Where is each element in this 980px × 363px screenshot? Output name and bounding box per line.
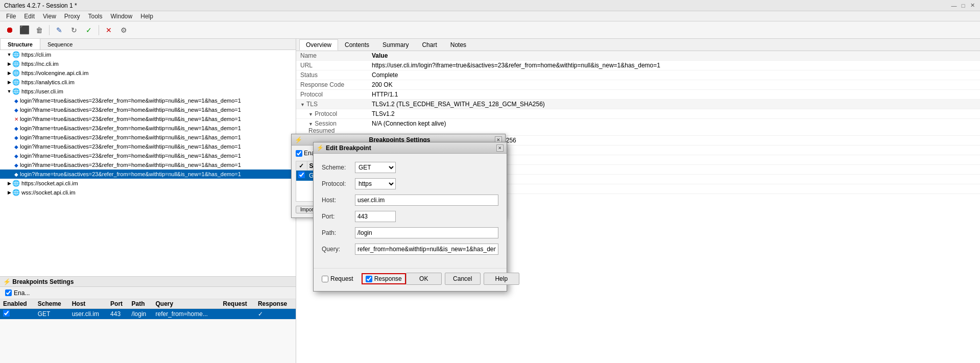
tree-item-login9[interactable]: ◆ login?iframe=true&isactives=23&refer_f… — [0, 170, 296, 179]
tree-area[interactable]: ▼ 🌐 https://cli.im ▶ 🌐 https://nc.cli.im… — [0, 50, 296, 276]
expand-icon[interactable]: ▶ — [6, 61, 12, 66]
menu-bar: File Edit View Proxy Tools Window Help — [0, 11, 980, 21]
tree-item-volcengine[interactable]: ▶ 🌐 https://volcengine.api.cli.im — [0, 68, 296, 78]
expand-tls-icon[interactable]: ▼ — [300, 102, 305, 107]
edit-bp-footer: Request Response OK Cancel Help — [314, 268, 507, 291]
port-input[interactable] — [355, 211, 396, 222]
menu-help[interactable]: Help — [136, 12, 157, 20]
tree-label: login?iframe=true&isactives=23&refer_fro… — [20, 134, 241, 140]
tree-item-cli-im[interactable]: ▼ 🌐 https://cli.im — [0, 50, 296, 59]
edit-btn[interactable]: ✎ — [53, 23, 66, 37]
host-input[interactable] — [355, 195, 498, 206]
tree-label: https://socket.api.cli.im — [21, 180, 78, 186]
maximize-btn[interactable]: □ — [960, 2, 967, 9]
bp-col-response: Response — [255, 299, 296, 309]
edit-bp-close[interactable]: ✕ — [496, 144, 504, 152]
expand-icon[interactable]: ▼ — [6, 52, 12, 57]
tree-item-wss[interactable]: ▶ 🌐 wss://socket.api.cli.im — [0, 188, 296, 197]
app-title: Charles 4.2.7 - Session 1 * — [4, 2, 77, 9]
tab-contents[interactable]: Contents — [338, 39, 376, 51]
response-checkbox[interactable] — [366, 276, 372, 282]
tree-item-analytics[interactable]: ▶ 🌐 https://analytics.cli.im — [0, 78, 296, 87]
tab-sequence[interactable]: Sequence — [40, 39, 80, 50]
request-checkbox[interactable] — [322, 276, 328, 282]
minimize-btn[interactable]: — — [950, 2, 958, 9]
request-icon: ◆ — [14, 135, 18, 140]
tab-notes[interactable]: Notes — [444, 39, 473, 51]
expand-icon[interactable]: ▶ — [6, 70, 12, 76]
tree-item-login3[interactable]: ✕ login?iframe=true&isactives=23&refer_f… — [0, 114, 296, 124]
tree-item-login2[interactable]: ◆ login?iframe=true&isactives=23&refer_f… — [0, 105, 296, 114]
path-input[interactable] — [355, 227, 498, 238]
scheme-row: Scheme: GET POST — [322, 162, 498, 173]
host-icon: 🌐 — [12, 180, 20, 187]
cancel-button[interactable]: Cancel — [445, 273, 481, 285]
tab-chart[interactable]: Chart — [415, 39, 443, 51]
tree-label: login?iframe=true&isactives=23&refer_fro… — [20, 125, 241, 131]
tree-item-login7[interactable]: ◆ login?iframe=true&isactives=23&refer_f… — [0, 151, 296, 160]
prop-value: Complete — [368, 70, 980, 80]
query-input[interactable] — [355, 244, 498, 255]
bp-td-enabled — [296, 171, 307, 181]
divider-1 — [49, 25, 50, 35]
bp-scheme: GET — [35, 309, 69, 320]
cross-btn[interactable]: ✕ — [102, 23, 115, 37]
menu-edit[interactable]: Edit — [20, 12, 39, 20]
menu-file[interactable]: File — [2, 12, 20, 20]
prop-name: ▼ Session Resumed — [296, 119, 368, 136]
protocol-select[interactable]: https http — [355, 178, 396, 189]
bp-enabled — [0, 309, 35, 320]
tree-item-nc[interactable]: ▶ 🌐 https://nc.cli.im — [0, 59, 296, 68]
expand-icon[interactable]: ▶ — [6, 181, 12, 186]
tab-overview[interactable]: Overview — [299, 39, 338, 51]
tree-item-login4[interactable]: ◆ login?iframe=true&isactives=23&refer_f… — [0, 124, 296, 133]
menu-window[interactable]: Window — [107, 12, 137, 20]
gear-btn[interactable]: ⚙ — [117, 23, 130, 37]
host-icon: 🌐 — [12, 51, 20, 58]
menu-tools[interactable]: Tools — [84, 12, 107, 20]
scheme-select[interactable]: GET POST — [355, 162, 396, 173]
check-btn[interactable]: ✓ — [82, 23, 95, 37]
close-btn[interactable]: ✕ — [969, 2, 976, 9]
tab-structure[interactable]: Structure — [0, 39, 40, 50]
menu-view[interactable]: View — [39, 12, 60, 20]
prop-value: N/A (Connection kept alive) — [368, 119, 980, 136]
bp-row[interactable]: GET user.cli.im 443 /login refer_from=ho… — [0, 309, 296, 320]
breakpoints-section: ⚡ Breakpoints Settings Ena... Enabled Sc… — [0, 276, 296, 363]
tree-item-user[interactable]: ▼ 🌐 https://user.cli.im — [0, 87, 296, 96]
help-button[interactable]: Help — [484, 273, 519, 285]
edit-bp-icon: ⚡ — [317, 144, 324, 151]
tree-label: login?iframe=true&isactives=23&refer_fro… — [20, 153, 241, 159]
query-label: Query: — [322, 246, 355, 253]
refresh-btn[interactable]: ↻ — [67, 23, 81, 37]
bp-enable-checkbox[interactable] — [296, 150, 302, 157]
request-icon: ◆ — [14, 153, 18, 159]
expand-icon[interactable]: ▶ — [6, 190, 12, 195]
prop-value: https://user.cli.im/login?iframe=true&is… — [368, 61, 980, 70]
menu-proxy[interactable]: Proxy — [60, 12, 84, 20]
tree-item-login8[interactable]: ◆ login?iframe=true&isactives=23&refer_f… — [0, 160, 296, 170]
start-recording-btn[interactable]: ⏺ — [3, 23, 16, 37]
clear-btn[interactable]: 🗑 — [33, 23, 46, 37]
ok-button[interactable]: OK — [406, 273, 442, 285]
stop-btn[interactable]: ⬛ — [18, 23, 31, 37]
tree-item-login1[interactable]: ◆ login?iframe=true&isactives=23&refer_f… — [0, 96, 296, 105]
enable-checkbox[interactable] — [5, 289, 12, 296]
tree-item-socket[interactable]: ▶ 🌐 https://socket.api.cli.im — [0, 179, 296, 188]
edit-bp-title: Edit Breakpoint — [326, 144, 371, 152]
expand-icon[interactable]: ▼ — [308, 112, 313, 117]
tree-item-login6[interactable]: ◆ login?iframe=true&isactives=23&refer_f… — [0, 142, 296, 151]
tree-item-login5[interactable]: ◆ login?iframe=true&isactives=23&refer_f… — [0, 133, 296, 142]
bp-list-area[interactable]: Enabled Scheme Host Port Path Query Requ… — [0, 299, 296, 363]
expand-icon[interactable]: ▶ — [6, 80, 12, 85]
request-icon: ◆ — [14, 107, 18, 113]
edit-bp-title-bar: ⚡ Edit Breakpoint ✕ — [314, 142, 507, 154]
tree-label: login?iframe=true&isactives=23&refer_fro… — [20, 107, 241, 113]
tree-label: login?iframe=true&isactives=23&refer_fro… — [20, 171, 241, 177]
expand-icon[interactable]: ▼ — [6, 89, 12, 94]
host-icon: 🌐 — [12, 189, 20, 196]
tree-label: login?iframe=true&isactives=23&refer_fro… — [20, 143, 241, 150]
tab-summary[interactable]: Summary — [376, 39, 415, 51]
bp-col-enabled: Enabled — [0, 299, 35, 309]
expand-icon[interactable]: ▼ — [308, 122, 313, 127]
